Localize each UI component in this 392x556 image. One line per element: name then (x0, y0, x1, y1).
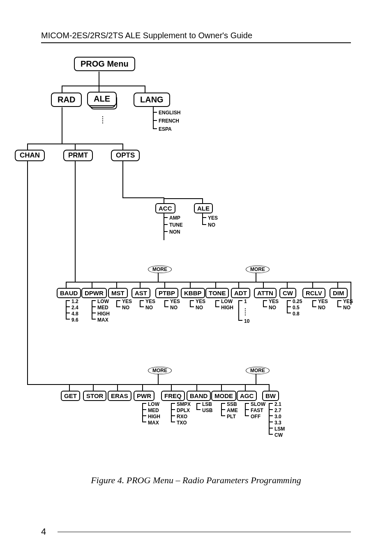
page-header: MICOM-2ES/2RS/2TS ALE Supplement to Owne… (41, 31, 351, 40)
more-chan-2: MORE (246, 367, 270, 374)
node-tone: TONE (205, 288, 229, 298)
figure-caption: Figure 4. PROG Menu – Radio Parameters P… (0, 475, 392, 486)
node-bw: BW (262, 391, 279, 401)
prog-menu-diagram: PROG Menu RAD ALE LANG .... ENGLISH FREN… (41, 53, 351, 473)
node-agc: AGC (237, 391, 257, 401)
node-prmt: PRMT (63, 150, 93, 161)
node-pwr: PWR (134, 391, 154, 401)
more-prmt-2: MORE (246, 266, 270, 273)
node-lang: LANG (134, 93, 170, 107)
more-chan-1: MORE (148, 367, 172, 374)
node-kbbp: KBBP (181, 288, 205, 298)
node-acc: ACC (155, 203, 175, 213)
node-ale-top: ALE (87, 92, 117, 106)
node-freq: FREQ (161, 391, 185, 401)
node-prog: PROG Menu (74, 57, 135, 71)
node-cw: CW (279, 288, 296, 298)
more-prmt-1: MORE (148, 266, 172, 273)
node-ale-sub: ALE (194, 203, 213, 213)
node-adt: ADT (231, 288, 250, 298)
node-dim: DIM (330, 288, 348, 298)
node-rclv: RCLV (302, 288, 325, 298)
node-chan: CHAN (15, 150, 45, 161)
node-attn: ATTN (254, 288, 277, 298)
page-number: 4 (41, 526, 46, 537)
ellipsis-adt: .... (244, 306, 246, 315)
node-mst: MST (108, 288, 128, 298)
node-band: BAND (187, 391, 211, 401)
node-stor: STOR (83, 391, 106, 401)
node-ptbp: PTBP (155, 288, 178, 298)
node-ast: AST (131, 288, 150, 298)
header-rule (41, 42, 351, 43)
footer-rule (58, 532, 351, 532)
node-opts: OPTS (111, 150, 140, 161)
node-rad: RAD (51, 93, 82, 107)
node-baud: BAUD (57, 288, 81, 298)
node-dpwr: DPWR (81, 288, 107, 298)
node-mode: MODE (211, 391, 236, 401)
ellipsis-ale: .... (102, 114, 104, 123)
node-eras: ERAS (108, 391, 131, 401)
node-get: GET (61, 391, 80, 401)
